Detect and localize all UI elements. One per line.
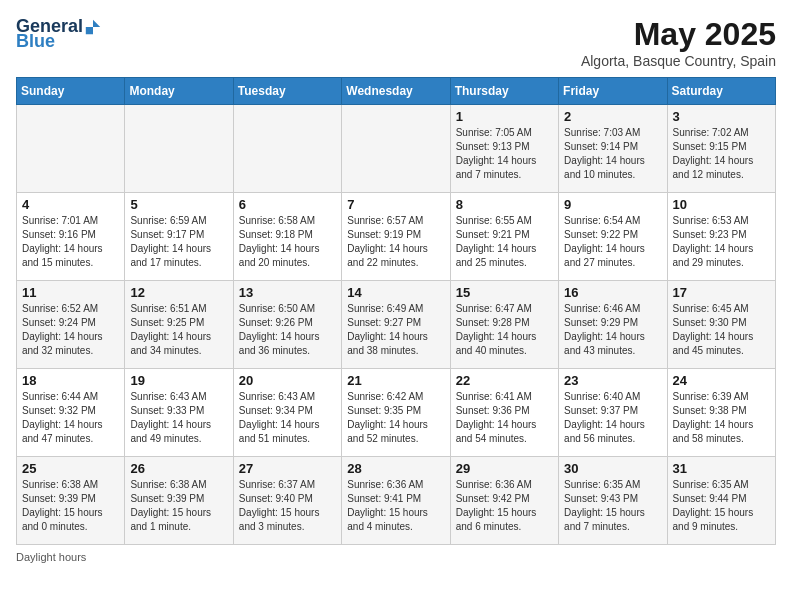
calendar-week-3: 11Sunrise: 6:52 AM Sunset: 9:24 PM Dayli…	[17, 281, 776, 369]
calendar-cell: 24Sunrise: 6:39 AM Sunset: 9:38 PM Dayli…	[667, 369, 775, 457]
day-info: Sunrise: 6:36 AM Sunset: 9:41 PM Dayligh…	[347, 478, 444, 534]
calendar-cell: 12Sunrise: 6:51 AM Sunset: 9:25 PM Dayli…	[125, 281, 233, 369]
calendar-cell: 29Sunrise: 6:36 AM Sunset: 9:42 PM Dayli…	[450, 457, 558, 545]
day-number: 23	[564, 373, 661, 388]
day-number: 28	[347, 461, 444, 476]
weekday-header-thursday: Thursday	[450, 78, 558, 105]
day-number: 24	[673, 373, 770, 388]
calendar-cell: 3Sunrise: 7:02 AM Sunset: 9:15 PM Daylig…	[667, 105, 775, 193]
calendar-cell: 28Sunrise: 6:36 AM Sunset: 9:41 PM Dayli…	[342, 457, 450, 545]
calendar-week-5: 25Sunrise: 6:38 AM Sunset: 9:39 PM Dayli…	[17, 457, 776, 545]
logo-icon	[84, 18, 102, 36]
footer-text: Daylight hours	[16, 551, 86, 563]
location-subtitle: Algorta, Basque Country, Spain	[581, 53, 776, 69]
day-info: Sunrise: 6:49 AM Sunset: 9:27 PM Dayligh…	[347, 302, 444, 358]
day-info: Sunrise: 6:51 AM Sunset: 9:25 PM Dayligh…	[130, 302, 227, 358]
calendar-cell: 6Sunrise: 6:58 AM Sunset: 9:18 PM Daylig…	[233, 193, 341, 281]
logo-blue: Blue	[16, 31, 55, 52]
month-title: May 2025	[581, 16, 776, 53]
page-header: General Blue May 2025 Algorta, Basque Co…	[16, 16, 776, 69]
day-number: 30	[564, 461, 661, 476]
day-number: 1	[456, 109, 553, 124]
day-info: Sunrise: 6:37 AM Sunset: 9:40 PM Dayligh…	[239, 478, 336, 534]
calendar-cell: 30Sunrise: 6:35 AM Sunset: 9:43 PM Dayli…	[559, 457, 667, 545]
day-info: Sunrise: 6:50 AM Sunset: 9:26 PM Dayligh…	[239, 302, 336, 358]
day-info: Sunrise: 6:43 AM Sunset: 9:33 PM Dayligh…	[130, 390, 227, 446]
calendar-cell: 26Sunrise: 6:38 AM Sunset: 9:39 PM Dayli…	[125, 457, 233, 545]
logo: General Blue	[16, 16, 102, 52]
calendar-cell: 27Sunrise: 6:37 AM Sunset: 9:40 PM Dayli…	[233, 457, 341, 545]
footer-note: Daylight hours	[16, 551, 776, 563]
weekday-header-friday: Friday	[559, 78, 667, 105]
day-number: 11	[22, 285, 119, 300]
calendar-cell	[233, 105, 341, 193]
calendar-cell: 5Sunrise: 6:59 AM Sunset: 9:17 PM Daylig…	[125, 193, 233, 281]
weekday-header-row: SundayMondayTuesdayWednesdayThursdayFrid…	[17, 78, 776, 105]
day-info: Sunrise: 6:35 AM Sunset: 9:44 PM Dayligh…	[673, 478, 770, 534]
calendar-cell: 18Sunrise: 6:44 AM Sunset: 9:32 PM Dayli…	[17, 369, 125, 457]
day-info: Sunrise: 6:58 AM Sunset: 9:18 PM Dayligh…	[239, 214, 336, 270]
calendar-cell	[17, 105, 125, 193]
day-info: Sunrise: 6:47 AM Sunset: 9:28 PM Dayligh…	[456, 302, 553, 358]
day-info: Sunrise: 6:55 AM Sunset: 9:21 PM Dayligh…	[456, 214, 553, 270]
day-number: 18	[22, 373, 119, 388]
day-number: 19	[130, 373, 227, 388]
day-number: 4	[22, 197, 119, 212]
day-number: 7	[347, 197, 444, 212]
day-number: 14	[347, 285, 444, 300]
calendar-cell: 14Sunrise: 6:49 AM Sunset: 9:27 PM Dayli…	[342, 281, 450, 369]
title-block: May 2025 Algorta, Basque Country, Spain	[581, 16, 776, 69]
day-info: Sunrise: 6:53 AM Sunset: 9:23 PM Dayligh…	[673, 214, 770, 270]
day-number: 15	[456, 285, 553, 300]
day-number: 16	[564, 285, 661, 300]
day-info: Sunrise: 6:36 AM Sunset: 9:42 PM Dayligh…	[456, 478, 553, 534]
day-number: 5	[130, 197, 227, 212]
calendar-cell: 4Sunrise: 7:01 AM Sunset: 9:16 PM Daylig…	[17, 193, 125, 281]
day-number: 29	[456, 461, 553, 476]
calendar-cell: 19Sunrise: 6:43 AM Sunset: 9:33 PM Dayli…	[125, 369, 233, 457]
calendar-cell: 11Sunrise: 6:52 AM Sunset: 9:24 PM Dayli…	[17, 281, 125, 369]
day-number: 21	[347, 373, 444, 388]
weekday-header-tuesday: Tuesday	[233, 78, 341, 105]
day-info: Sunrise: 7:05 AM Sunset: 9:13 PM Dayligh…	[456, 126, 553, 182]
calendar-cell: 10Sunrise: 6:53 AM Sunset: 9:23 PM Dayli…	[667, 193, 775, 281]
day-info: Sunrise: 6:52 AM Sunset: 9:24 PM Dayligh…	[22, 302, 119, 358]
day-info: Sunrise: 6:43 AM Sunset: 9:34 PM Dayligh…	[239, 390, 336, 446]
day-info: Sunrise: 6:40 AM Sunset: 9:37 PM Dayligh…	[564, 390, 661, 446]
day-number: 12	[130, 285, 227, 300]
day-info: Sunrise: 6:57 AM Sunset: 9:19 PM Dayligh…	[347, 214, 444, 270]
day-number: 25	[22, 461, 119, 476]
day-info: Sunrise: 7:02 AM Sunset: 9:15 PM Dayligh…	[673, 126, 770, 182]
calendar-cell: 31Sunrise: 6:35 AM Sunset: 9:44 PM Dayli…	[667, 457, 775, 545]
calendar-cell: 23Sunrise: 6:40 AM Sunset: 9:37 PM Dayli…	[559, 369, 667, 457]
day-number: 3	[673, 109, 770, 124]
day-info: Sunrise: 6:46 AM Sunset: 9:29 PM Dayligh…	[564, 302, 661, 358]
day-number: 31	[673, 461, 770, 476]
day-number: 10	[673, 197, 770, 212]
day-info: Sunrise: 6:45 AM Sunset: 9:30 PM Dayligh…	[673, 302, 770, 358]
weekday-header-monday: Monday	[125, 78, 233, 105]
day-info: Sunrise: 6:59 AM Sunset: 9:17 PM Dayligh…	[130, 214, 227, 270]
calendar-cell: 8Sunrise: 6:55 AM Sunset: 9:21 PM Daylig…	[450, 193, 558, 281]
weekday-header-wednesday: Wednesday	[342, 78, 450, 105]
day-info: Sunrise: 7:01 AM Sunset: 9:16 PM Dayligh…	[22, 214, 119, 270]
day-info: Sunrise: 6:44 AM Sunset: 9:32 PM Dayligh…	[22, 390, 119, 446]
day-info: Sunrise: 6:54 AM Sunset: 9:22 PM Dayligh…	[564, 214, 661, 270]
day-info: Sunrise: 6:35 AM Sunset: 9:43 PM Dayligh…	[564, 478, 661, 534]
calendar-cell: 1Sunrise: 7:05 AM Sunset: 9:13 PM Daylig…	[450, 105, 558, 193]
calendar-cell: 21Sunrise: 6:42 AM Sunset: 9:35 PM Dayli…	[342, 369, 450, 457]
calendar-cell: 15Sunrise: 6:47 AM Sunset: 9:28 PM Dayli…	[450, 281, 558, 369]
day-number: 20	[239, 373, 336, 388]
calendar-cell: 16Sunrise: 6:46 AM Sunset: 9:29 PM Dayli…	[559, 281, 667, 369]
calendar-cell: 22Sunrise: 6:41 AM Sunset: 9:36 PM Dayli…	[450, 369, 558, 457]
day-info: Sunrise: 6:42 AM Sunset: 9:35 PM Dayligh…	[347, 390, 444, 446]
calendar-cell: 13Sunrise: 6:50 AM Sunset: 9:26 PM Dayli…	[233, 281, 341, 369]
weekday-header-saturday: Saturday	[667, 78, 775, 105]
day-number: 2	[564, 109, 661, 124]
calendar-week-2: 4Sunrise: 7:01 AM Sunset: 9:16 PM Daylig…	[17, 193, 776, 281]
calendar-cell: 9Sunrise: 6:54 AM Sunset: 9:22 PM Daylig…	[559, 193, 667, 281]
day-info: Sunrise: 7:03 AM Sunset: 9:14 PM Dayligh…	[564, 126, 661, 182]
calendar-cell	[125, 105, 233, 193]
calendar-week-1: 1Sunrise: 7:05 AM Sunset: 9:13 PM Daylig…	[17, 105, 776, 193]
calendar-cell: 2Sunrise: 7:03 AM Sunset: 9:14 PM Daylig…	[559, 105, 667, 193]
